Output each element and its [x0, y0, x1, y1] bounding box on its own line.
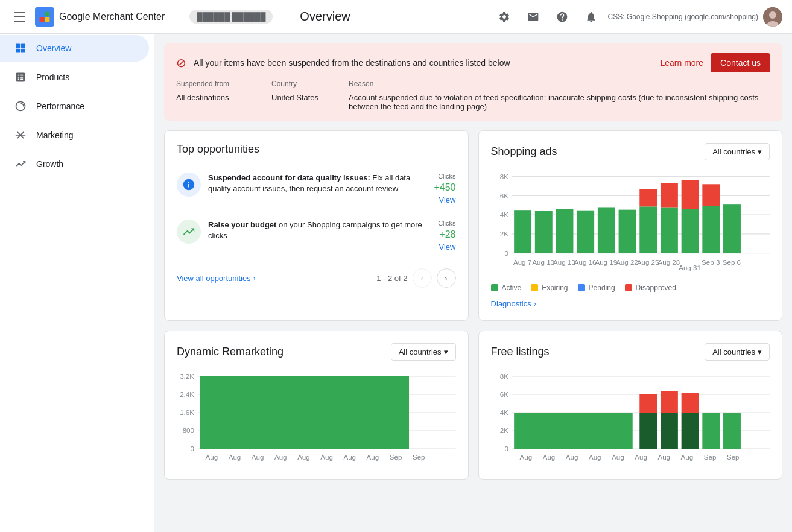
top-nav: Google Merchant Center ██████ ██████ Ove…: [0, 0, 792, 34]
fl-country-dropdown[interactable]: All countries ▾: [705, 343, 770, 361]
opp-title-1: Suspended account for data quality issue…: [208, 173, 410, 193]
opp-view-1[interactable]: View: [439, 195, 456, 204]
opp-view-2[interactable]: View: [439, 242, 456, 252]
svg-rect-83: [681, 413, 699, 449]
svg-text:Aug 16: Aug 16: [574, 259, 596, 265]
main-layout: Overview Products Performance Marketing …: [0, 34, 792, 532]
account-pill[interactable]: ██████ ██████: [189, 10, 273, 24]
svg-rect-0: [40, 11, 45, 16]
opp-meta-2: Clicks +28 View: [438, 220, 455, 252]
chevron-down-icon-dr: ▾: [444, 347, 448, 356]
svg-text:2K: 2K: [499, 231, 508, 238]
fl-chart: 8K 6K 4K 2K 0: [491, 370, 770, 467]
svg-rect-88: [723, 413, 741, 449]
opp-item-1: Suspended account for data quality issue…: [177, 165, 456, 212]
svg-text:Aug: Aug: [320, 454, 333, 461]
sidebar-label-products: Products: [36, 72, 69, 82]
svg-text:Aug: Aug: [565, 454, 578, 461]
svg-rect-35: [702, 206, 720, 253]
svg-text:Aug: Aug: [367, 454, 379, 461]
alert-banner: ⊘ All your items have been suspended fro…: [164, 43, 782, 121]
sidebar-label-growth: Growth: [36, 159, 63, 169]
bell-icon[interactable]: [579, 5, 603, 29]
sidebar-item-performance[interactable]: Performance: [0, 93, 149, 119]
opp-title-2: Raise your budget on your Shopping campa…: [208, 220, 422, 240]
alert-reason: Account suspended due to violation of fe…: [349, 93, 770, 111]
sidebar: Overview Products Performance Marketing …: [0, 34, 154, 532]
dr-header: Dynamic Remarketing All countries ▾: [177, 343, 456, 361]
opp-clicks-val-2: +28: [439, 229, 455, 240]
svg-rect-36: [702, 184, 720, 206]
svg-rect-27: [597, 207, 615, 253]
view-all-opportunities[interactable]: View all opportunities ›: [177, 274, 256, 283]
svg-text:8K: 8K: [499, 173, 508, 180]
svg-text:Aug 28: Aug 28: [657, 259, 680, 265]
svg-point-5: [769, 11, 776, 19]
svg-rect-24: [534, 211, 552, 253]
svg-text:Aug: Aug: [657, 454, 670, 461]
svg-text:6K: 6K: [499, 192, 508, 199]
marketing-icon: [14, 129, 27, 141]
svg-text:2K: 2K: [499, 428, 508, 434]
top-opp-header: Top opportunities: [177, 143, 456, 156]
free-listings-card: Free listings All countries ▾ 8K 6K: [478, 331, 783, 480]
page-next-button[interactable]: ›: [437, 268, 456, 288]
top-opportunities-card: Top opportunities Suspended account for …: [164, 130, 469, 321]
svg-rect-29: [639, 206, 657, 253]
svg-text:Aug: Aug: [635, 454, 647, 461]
alert-table: Suspended from Country Reason All destin…: [176, 80, 770, 111]
svg-text:0: 0: [504, 446, 508, 452]
svg-text:Aug: Aug: [612, 454, 624, 461]
svg-rect-25: [556, 209, 573, 253]
mail-icon[interactable]: [521, 5, 545, 29]
opp-clicks-label-1: Clicks: [438, 173, 455, 180]
legend-pending-label: Pending: [589, 283, 615, 292]
page-prev-button[interactable]: ‹: [413, 268, 432, 288]
svg-text:6K: 6K: [499, 391, 508, 398]
dr-country-dropdown[interactable]: All countries ▾: [391, 343, 456, 361]
sidebar-label-overview: Overview: [36, 43, 71, 53]
alert-message: All your items have been suspended from …: [194, 58, 653, 68]
chevron-down-icon-fl: ▾: [758, 347, 762, 356]
svg-text:Aug 22: Aug 22: [616, 259, 638, 265]
opp-clicks-val-1: +450: [434, 182, 455, 193]
svg-rect-23: [514, 210, 531, 253]
help-icon[interactable]: [550, 5, 574, 29]
svg-rect-32: [660, 183, 677, 207]
svg-text:4K: 4K: [499, 410, 508, 416]
products-icon: [14, 71, 27, 83]
alert-actions: Learn more Contact us: [660, 53, 770, 72]
dr-svg: 3.2K 2.4K 1.6K 800 0 Aug Aug Aug Aug Aug: [177, 370, 456, 467]
svg-text:0: 0: [190, 446, 194, 452]
svg-text:800: 800: [183, 428, 194, 434]
sidebar-item-growth[interactable]: Growth: [0, 151, 149, 177]
learn-more-button[interactable]: Learn more: [660, 58, 703, 68]
sidebar-item-products[interactable]: Products: [0, 64, 149, 90]
avatar[interactable]: [763, 7, 782, 27]
opp-meta-1: Clicks +450 View: [434, 173, 455, 204]
sidebar-item-marketing[interactable]: Marketing: [0, 122, 149, 148]
svg-rect-26: [577, 211, 594, 253]
cards-row-2: Dynamic Remarketing All countries ▾ 3.2K: [164, 331, 782, 480]
svg-rect-86: [681, 393, 699, 413]
sidebar-item-overview[interactable]: Overview: [0, 35, 149, 62]
svg-text:Aug: Aug: [343, 454, 356, 461]
shopping-ads-country-dropdown[interactable]: All countries ▾: [705, 143, 770, 160]
svg-rect-3: [45, 17, 50, 22]
svg-rect-12: [16, 135, 26, 136]
hamburger-menu[interactable]: [10, 7, 30, 27]
legend-disapproved: Disapproved: [625, 283, 676, 292]
sidebar-label-performance: Performance: [36, 101, 84, 111]
shopping-ads-card: Shopping ads All countries ▾: [478, 130, 783, 321]
svg-rect-82: [660, 413, 677, 449]
svg-text:0: 0: [504, 250, 508, 256]
settings-icon[interactable]: [492, 5, 516, 29]
svg-text:Aug: Aug: [680, 454, 693, 461]
legend-active: Active: [491, 283, 522, 292]
diagnostics-link[interactable]: Diagnostics ›: [491, 299, 770, 308]
chevron-right-icon: ›: [253, 274, 256, 283]
contact-us-button[interactable]: Contact us: [711, 53, 770, 72]
top-opp-title: Top opportunities: [177, 143, 259, 156]
svg-text:Aug 31: Aug 31: [679, 265, 701, 271]
shopping-ads-chart: 8K 6K 4K 2K 0: [491, 170, 770, 279]
